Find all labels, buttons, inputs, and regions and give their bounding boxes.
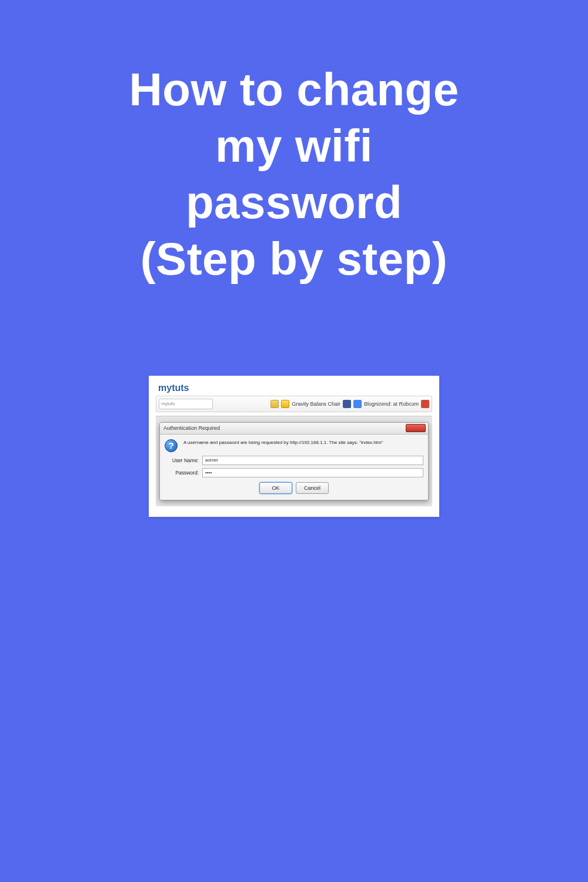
page-title: How to change my wifi password (Step by … xyxy=(129,62,459,288)
dialog-body: ? A username and password are being requ… xyxy=(160,435,428,500)
star-icon[interactable] xyxy=(281,400,289,408)
auth-dialog: Authentication Required ? A username and… xyxy=(159,422,429,500)
username-label: User Name: xyxy=(165,457,199,463)
password-label: Password: xyxy=(165,470,199,476)
cancel-button[interactable]: Cancel xyxy=(296,482,329,494)
browser-brand: mytuts xyxy=(156,382,432,396)
password-field[interactable]: •••• xyxy=(202,468,423,477)
dialog-message: A username and password are being reques… xyxy=(183,438,383,446)
url-input[interactable]: mytuts xyxy=(159,399,213,409)
dialog-title: Authentication Required xyxy=(163,425,220,431)
mail-icon[interactable] xyxy=(421,400,429,408)
ok-button[interactable]: OK xyxy=(259,482,292,494)
bookmark-link-1[interactable]: Gravity Balans Chair xyxy=(292,401,340,407)
google-icon[interactable] xyxy=(353,400,362,408)
browser-toolbar: mytuts Gravity Balans Chair Blognizend: … xyxy=(156,396,432,412)
username-field[interactable]: admin xyxy=(202,456,423,465)
question-icon: ? xyxy=(165,439,178,452)
screenshot-panel: mytuts mytuts Gravity Balans Chair Blogn… xyxy=(149,376,439,517)
dialog-titlebar: Authentication Required xyxy=(160,423,428,435)
page-background: Authentication Required ? A username and… xyxy=(156,416,432,506)
close-button[interactable] xyxy=(406,424,426,432)
facebook-icon[interactable] xyxy=(343,400,351,408)
folder-icon[interactable] xyxy=(270,400,279,408)
bookmark-link-2[interactable]: Blognizend: at Robcom xyxy=(364,401,419,407)
